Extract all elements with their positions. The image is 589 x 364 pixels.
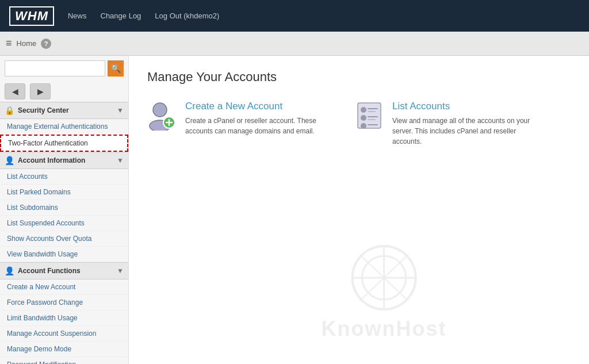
whm-logo: WHM [9, 6, 54, 26]
account-info-chevron-icon: ▼ [117, 156, 124, 164]
sidebar-item-manage-demo[interactable]: Manage Demo Mode [0, 342, 128, 357]
security-center-section-header[interactable]: 🔒 Security Center ▼ [0, 102, 128, 119]
search-button[interactable]: 🔍 [108, 60, 124, 76]
forward-button[interactable]: ▶ [30, 83, 51, 99]
account-info-icon: 👤 [5, 156, 14, 165]
hamburger-icon[interactable]: ≡ [6, 37, 12, 49]
create-account-body: Create a New Account Create a cPanel or … [185, 101, 331, 136]
account-functions-icon: 👤 [5, 266, 14, 275]
nav-arrows: ◀ ▶ [0, 81, 128, 102]
help-icon[interactable]: ? [41, 39, 51, 49]
list-accounts-card: List Accounts View and manage all of the… [354, 101, 538, 147]
cards-container: Create a New Account Create a cPanel or … [147, 101, 571, 147]
sidebar-item-list-accounts[interactable]: List Accounts [0, 169, 128, 185]
sidebar-item-list-suspended[interactable]: List Suspended Accounts [0, 216, 128, 231]
svg-point-0 [153, 103, 167, 117]
list-accounts-body: List Accounts View and manage all of the… [392, 101, 538, 147]
nav-logout[interactable]: Log Out (khdemo2) [155, 12, 219, 20]
svg-point-9 [361, 115, 366, 121]
sidebar-item-force-password[interactable]: Force Password Change [0, 295, 128, 311]
svg-point-12 [361, 123, 366, 129]
main-layout: 🔍 ◀ ▶ 🔒 Security Center ▼ Manage Externa… [0, 56, 589, 364]
home-link[interactable]: Home [17, 39, 37, 48]
security-center-title: Security Center [18, 106, 113, 114]
main-content: Manage Your Accounts Create a New Accoun… [129, 56, 589, 364]
list-accounts-icon [354, 101, 384, 131]
list-accounts-desc: View and manage all of the accounts on y… [392, 116, 538, 147]
account-functions-chevron-icon: ▼ [117, 267, 124, 275]
sidebar-item-manage-external-auth[interactable]: Manage External Authentications [0, 119, 128, 135]
sidebar-item-two-factor-auth[interactable]: Two-Factor Authentication [0, 135, 128, 152]
security-chevron-icon: ▼ [117, 106, 124, 114]
watermark: KnownHost [322, 243, 447, 341]
account-functions-section-header[interactable]: 👤 Account Functions ▼ [0, 262, 128, 279]
sidebar-item-show-over-quota[interactable]: Show Accounts Over Quota [0, 231, 128, 247]
top-navigation: WHM News Change Log Log Out (khdemo2) [0, 0, 589, 32]
page-title: Manage Your Accounts [147, 70, 571, 85]
sidebar-item-list-parked-domains[interactable]: List Parked Domains [0, 185, 128, 200]
nav-changelog[interactable]: Change Log [101, 12, 141, 20]
sidebar-item-password-modification[interactable]: Password Modification [0, 357, 128, 364]
sidebar: 🔍 ◀ ▶ 🔒 Security Center ▼ Manage Externa… [0, 56, 129, 364]
sidebar-item-create-account[interactable]: Create a New Account [0, 279, 128, 295]
sidebar-item-manage-suspension[interactable]: Manage Account Suspension [0, 326, 128, 342]
list-accounts-title[interactable]: List Accounts [392, 101, 538, 112]
nav-news[interactable]: News [68, 12, 87, 20]
sidebar-item-limit-bandwidth[interactable]: Limit Bandwidth Usage [0, 311, 128, 326]
watermark-text: KnownHost [322, 317, 447, 341]
create-account-icon [147, 101, 177, 131]
toolbar: ≡ Home ? [0, 32, 589, 56]
create-account-desc: Create a cPanel or reseller account. The… [185, 116, 331, 136]
search-bar: 🔍 [0, 56, 128, 81]
account-functions-title: Account Functions [18, 267, 113, 275]
lock-icon: 🔒 [5, 106, 14, 115]
back-button[interactable]: ◀ [5, 83, 25, 99]
watermark-logo-icon [350, 243, 419, 312]
svg-point-6 [361, 107, 366, 113]
search-input[interactable] [5, 60, 105, 76]
create-account-title[interactable]: Create a New Account [185, 101, 331, 112]
sidebar-item-list-subdomains[interactable]: List Subdomains [0, 200, 128, 216]
sidebar-item-view-bandwidth[interactable]: View Bandwidth Usage [0, 247, 128, 262]
create-account-card: Create a New Account Create a cPanel or … [147, 101, 331, 147]
account-info-title: Account Information [18, 156, 113, 164]
account-info-section-header[interactable]: 👤 Account Information ▼ [0, 152, 128, 169]
